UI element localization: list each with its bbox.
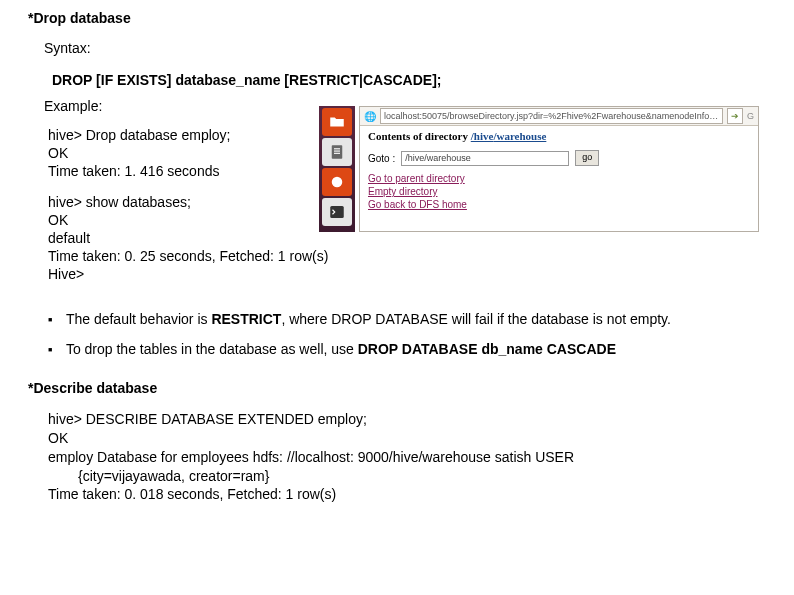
svg-point-4	[332, 177, 343, 188]
code-line: Time taken: 0. 018 seconds, Fetched: 1 r…	[48, 485, 794, 504]
section-describe-title: *Describe database	[0, 362, 794, 396]
notes-list: The default behavior is RESTRICT, where …	[48, 302, 794, 362]
dfs-home-link[interactable]: Go back to DFS home	[368, 199, 467, 210]
nav-links: Go to parent directory Empty directory G…	[368, 172, 750, 211]
browser-window: 🌐 localhost:50075/browseDirectory.jsp?di…	[359, 106, 759, 232]
code-line: OK	[48, 429, 794, 448]
svg-rect-5	[330, 206, 344, 218]
syntax-label: Syntax:	[0, 26, 794, 56]
svg-rect-1	[334, 148, 340, 149]
path-link-hive[interactable]: /hive	[471, 130, 494, 142]
goto-label: Goto :	[368, 153, 395, 164]
section-drop-title: *Drop database	[0, 0, 794, 26]
bullet-bold: DROP DATABASE db_name CASCADE	[358, 341, 616, 357]
syntax-box: DROP [IF EXISTS] database_name [RESTRICT…	[44, 68, 524, 92]
list-item: The default behavior is RESTRICT, where …	[48, 302, 794, 332]
url-bar: 🌐 localhost:50075/browseDirectory.jsp?di…	[360, 107, 758, 126]
go-arrow-button[interactable]: ➔	[727, 108, 743, 124]
title-text: Contents of directory	[368, 130, 471, 142]
bullet-text: To drop the tables in the database as we…	[66, 341, 358, 357]
code-line: Time taken: 0. 25 seconds, Fetched: 1 ro…	[48, 247, 794, 265]
code-block-describe: hive> DESCRIBE DATABASE EXTENDED employ;…	[0, 396, 794, 504]
goto-row: Goto : /hive/warehouse go	[368, 150, 750, 166]
path-link-warehouse[interactable]: /warehouse	[493, 130, 546, 142]
empty-dir-link[interactable]: Empty directory	[368, 186, 437, 197]
svg-rect-2	[334, 151, 340, 152]
list-item: To drop the tables in the database as we…	[48, 332, 794, 362]
syntax-code: DROP [IF EXISTS] database_name [RESTRICT…	[44, 68, 524, 92]
code-line: employ Database for employees hdfs: //lo…	[48, 448, 794, 467]
svg-rect-0	[332, 145, 343, 159]
page-title: Contents of directory /hive/warehouse	[368, 130, 750, 142]
document-icon[interactable]	[322, 138, 352, 166]
parent-dir-link[interactable]: Go to parent directory	[368, 173, 465, 184]
embedded-screenshot: 🌐 localhost:50075/browseDirectory.jsp?di…	[319, 106, 759, 230]
bullet-text: , where DROP DATABASE will fail if the d…	[281, 311, 671, 327]
code-line: Hive>	[48, 265, 794, 283]
url-input[interactable]: localhost:50075/browseDirectory.jsp?dir=…	[380, 108, 723, 124]
svg-rect-3	[334, 153, 340, 154]
goto-input[interactable]: /hive/warehouse	[401, 151, 569, 166]
folder-icon[interactable]	[322, 108, 352, 136]
app-icon[interactable]	[322, 168, 352, 196]
bullet-bold: RESTRICT	[211, 311, 281, 327]
search-icon[interactable]: G	[747, 111, 754, 121]
browser-content: Contents of directory /hive/warehouse Go…	[360, 126, 758, 231]
bullet-text: The default behavior is	[66, 311, 212, 327]
code-line: hive> DESCRIBE DATABASE EXTENDED employ;	[48, 410, 794, 429]
code-line: {city=vijayawada, creator=ram}	[48, 467, 794, 486]
ubuntu-launcher	[319, 106, 355, 232]
go-button[interactable]: go	[575, 150, 599, 166]
terminal-icon[interactable]	[322, 198, 352, 226]
globe-icon: 🌐	[364, 111, 376, 122]
